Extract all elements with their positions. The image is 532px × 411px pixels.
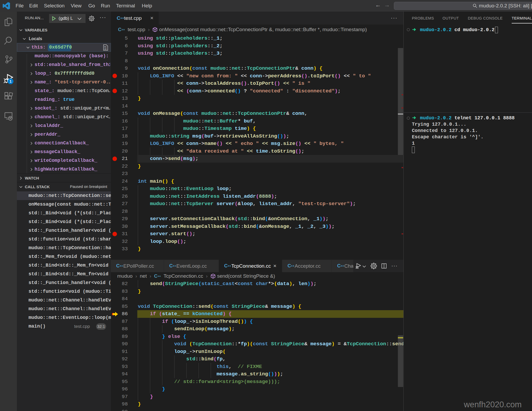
svg-text:10: 10: [104, 48, 107, 50]
svg-text:01: 01: [104, 46, 107, 48]
